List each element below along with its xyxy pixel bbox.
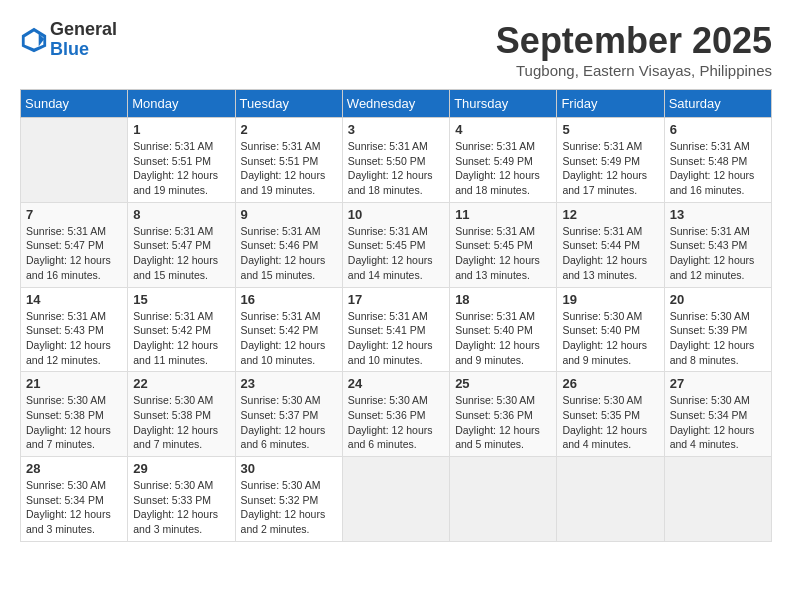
day-number: 5: [562, 122, 658, 137]
day-detail: Sunrise: 5:31 AMSunset: 5:40 PMDaylight:…: [455, 309, 551, 368]
day-number: 4: [455, 122, 551, 137]
day-detail: Sunrise: 5:30 AMSunset: 5:32 PMDaylight:…: [241, 478, 337, 537]
day-number: 7: [26, 207, 122, 222]
weekday-header: Thursday: [450, 90, 557, 118]
calendar-cell: 28Sunrise: 5:30 AMSunset: 5:34 PMDayligh…: [21, 457, 128, 542]
day-detail: Sunrise: 5:30 AMSunset: 5:33 PMDaylight:…: [133, 478, 229, 537]
day-number: 30: [241, 461, 337, 476]
calendar-cell: 13Sunrise: 5:31 AMSunset: 5:43 PMDayligh…: [664, 202, 771, 287]
calendar-cell: [450, 457, 557, 542]
calendar-cell: [557, 457, 664, 542]
title-area: September 2025 Tugbong, Eastern Visayas,…: [496, 20, 772, 79]
day-number: 28: [26, 461, 122, 476]
day-detail: Sunrise: 5:31 AMSunset: 5:42 PMDaylight:…: [241, 309, 337, 368]
page-header: General Blue September 2025 Tugbong, Eas…: [20, 20, 772, 79]
day-detail: Sunrise: 5:31 AMSunset: 5:49 PMDaylight:…: [562, 139, 658, 198]
month-title: September 2025: [496, 20, 772, 62]
weekday-header: Friday: [557, 90, 664, 118]
day-detail: Sunrise: 5:30 AMSunset: 5:34 PMDaylight:…: [670, 393, 766, 452]
day-number: 29: [133, 461, 229, 476]
day-number: 12: [562, 207, 658, 222]
day-number: 13: [670, 207, 766, 222]
day-number: 25: [455, 376, 551, 391]
calendar-cell: 3Sunrise: 5:31 AMSunset: 5:50 PMDaylight…: [342, 118, 449, 203]
calendar-week-row: 1Sunrise: 5:31 AMSunset: 5:51 PMDaylight…: [21, 118, 772, 203]
day-number: 15: [133, 292, 229, 307]
calendar-cell: 10Sunrise: 5:31 AMSunset: 5:45 PMDayligh…: [342, 202, 449, 287]
day-number: 20: [670, 292, 766, 307]
calendar-cell: [664, 457, 771, 542]
day-detail: Sunrise: 5:30 AMSunset: 5:39 PMDaylight:…: [670, 309, 766, 368]
day-detail: Sunrise: 5:31 AMSunset: 5:42 PMDaylight:…: [133, 309, 229, 368]
calendar-header-row: SundayMondayTuesdayWednesdayThursdayFrid…: [21, 90, 772, 118]
day-number: 26: [562, 376, 658, 391]
calendar-week-row: 21Sunrise: 5:30 AMSunset: 5:38 PMDayligh…: [21, 372, 772, 457]
calendar-week-row: 28Sunrise: 5:30 AMSunset: 5:34 PMDayligh…: [21, 457, 772, 542]
day-detail: Sunrise: 5:31 AMSunset: 5:51 PMDaylight:…: [133, 139, 229, 198]
day-number: 14: [26, 292, 122, 307]
location-title: Tugbong, Eastern Visayas, Philippines: [496, 62, 772, 79]
day-detail: Sunrise: 5:30 AMSunset: 5:38 PMDaylight:…: [133, 393, 229, 452]
calendar-table: SundayMondayTuesdayWednesdayThursdayFrid…: [20, 89, 772, 542]
day-number: 8: [133, 207, 229, 222]
weekday-header: Saturday: [664, 90, 771, 118]
day-number: 9: [241, 207, 337, 222]
calendar-week-row: 7Sunrise: 5:31 AMSunset: 5:47 PMDaylight…: [21, 202, 772, 287]
day-number: 18: [455, 292, 551, 307]
calendar-cell: 8Sunrise: 5:31 AMSunset: 5:47 PMDaylight…: [128, 202, 235, 287]
day-number: 17: [348, 292, 444, 307]
day-number: 2: [241, 122, 337, 137]
calendar-cell: 9Sunrise: 5:31 AMSunset: 5:46 PMDaylight…: [235, 202, 342, 287]
day-detail: Sunrise: 5:31 AMSunset: 5:46 PMDaylight:…: [241, 224, 337, 283]
logo-icon: [20, 26, 48, 54]
day-detail: Sunrise: 5:31 AMSunset: 5:45 PMDaylight:…: [455, 224, 551, 283]
day-number: 24: [348, 376, 444, 391]
calendar-cell: 19Sunrise: 5:30 AMSunset: 5:40 PMDayligh…: [557, 287, 664, 372]
calendar-cell: 6Sunrise: 5:31 AMSunset: 5:48 PMDaylight…: [664, 118, 771, 203]
day-detail: Sunrise: 5:31 AMSunset: 5:49 PMDaylight:…: [455, 139, 551, 198]
calendar-cell: [342, 457, 449, 542]
calendar-cell: 2Sunrise: 5:31 AMSunset: 5:51 PMDaylight…: [235, 118, 342, 203]
calendar-cell: 23Sunrise: 5:30 AMSunset: 5:37 PMDayligh…: [235, 372, 342, 457]
day-number: 23: [241, 376, 337, 391]
weekday-header: Wednesday: [342, 90, 449, 118]
calendar-cell: 14Sunrise: 5:31 AMSunset: 5:43 PMDayligh…: [21, 287, 128, 372]
calendar-cell: 26Sunrise: 5:30 AMSunset: 5:35 PMDayligh…: [557, 372, 664, 457]
day-number: 16: [241, 292, 337, 307]
calendar-cell: 24Sunrise: 5:30 AMSunset: 5:36 PMDayligh…: [342, 372, 449, 457]
day-detail: Sunrise: 5:30 AMSunset: 5:40 PMDaylight:…: [562, 309, 658, 368]
calendar-cell: 11Sunrise: 5:31 AMSunset: 5:45 PMDayligh…: [450, 202, 557, 287]
day-detail: Sunrise: 5:30 AMSunset: 5:34 PMDaylight:…: [26, 478, 122, 537]
calendar-cell: 25Sunrise: 5:30 AMSunset: 5:36 PMDayligh…: [450, 372, 557, 457]
calendar-cell: 5Sunrise: 5:31 AMSunset: 5:49 PMDaylight…: [557, 118, 664, 203]
calendar-cell: 16Sunrise: 5:31 AMSunset: 5:42 PMDayligh…: [235, 287, 342, 372]
calendar-cell: 1Sunrise: 5:31 AMSunset: 5:51 PMDaylight…: [128, 118, 235, 203]
day-number: 21: [26, 376, 122, 391]
calendar-cell: 18Sunrise: 5:31 AMSunset: 5:40 PMDayligh…: [450, 287, 557, 372]
day-detail: Sunrise: 5:31 AMSunset: 5:47 PMDaylight:…: [133, 224, 229, 283]
calendar-cell: 7Sunrise: 5:31 AMSunset: 5:47 PMDaylight…: [21, 202, 128, 287]
calendar-cell: 15Sunrise: 5:31 AMSunset: 5:42 PMDayligh…: [128, 287, 235, 372]
day-detail: Sunrise: 5:31 AMSunset: 5:47 PMDaylight:…: [26, 224, 122, 283]
day-number: 3: [348, 122, 444, 137]
day-number: 6: [670, 122, 766, 137]
day-detail: Sunrise: 5:31 AMSunset: 5:43 PMDaylight:…: [670, 224, 766, 283]
logo: General Blue: [20, 20, 117, 60]
day-detail: Sunrise: 5:31 AMSunset: 5:51 PMDaylight:…: [241, 139, 337, 198]
day-detail: Sunrise: 5:31 AMSunset: 5:41 PMDaylight:…: [348, 309, 444, 368]
day-detail: Sunrise: 5:30 AMSunset: 5:36 PMDaylight:…: [348, 393, 444, 452]
calendar-cell: 30Sunrise: 5:30 AMSunset: 5:32 PMDayligh…: [235, 457, 342, 542]
calendar-cell: 20Sunrise: 5:30 AMSunset: 5:39 PMDayligh…: [664, 287, 771, 372]
day-number: 1: [133, 122, 229, 137]
day-detail: Sunrise: 5:31 AMSunset: 5:50 PMDaylight:…: [348, 139, 444, 198]
day-detail: Sunrise: 5:30 AMSunset: 5:36 PMDaylight:…: [455, 393, 551, 452]
weekday-header: Sunday: [21, 90, 128, 118]
weekday-header: Monday: [128, 90, 235, 118]
day-number: 10: [348, 207, 444, 222]
calendar-cell: [21, 118, 128, 203]
calendar-cell: 29Sunrise: 5:30 AMSunset: 5:33 PMDayligh…: [128, 457, 235, 542]
day-number: 22: [133, 376, 229, 391]
calendar-cell: 27Sunrise: 5:30 AMSunset: 5:34 PMDayligh…: [664, 372, 771, 457]
day-detail: Sunrise: 5:31 AMSunset: 5:43 PMDaylight:…: [26, 309, 122, 368]
calendar-cell: 12Sunrise: 5:31 AMSunset: 5:44 PMDayligh…: [557, 202, 664, 287]
